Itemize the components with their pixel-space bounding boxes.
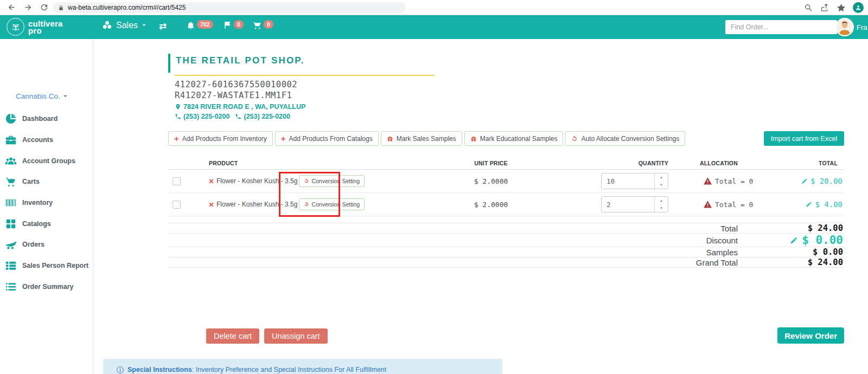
location-pin-icon bbox=[175, 104, 181, 110]
cultivera-logo[interactable]: cultívera pro bbox=[7, 18, 63, 36]
col-quantity: QUANTITY bbox=[553, 160, 678, 166]
user-menu[interactable]: Fra bbox=[835, 18, 867, 36]
sidebar-item-catalogs[interactable]: Catalogs bbox=[0, 213, 93, 234]
table-row: Flower - Kosher Kush - 3.5g Conversion S… bbox=[168, 193, 844, 216]
table-row: Flower - Kosher Kush - 3.5g Conversion S… bbox=[168, 170, 844, 193]
summary-list-icon bbox=[5, 281, 17, 293]
add-products-from-inventory-button[interactable]: + Add Products From Inventory bbox=[168, 131, 273, 146]
delete-cart-button[interactable]: Delete cart bbox=[206, 328, 259, 344]
bookmark-star-icon[interactable] bbox=[837, 3, 846, 12]
logo-text: cultívera pro bbox=[28, 20, 63, 34]
phone-number-1: (253) 225-0200 bbox=[183, 113, 229, 120]
info-icon: i bbox=[117, 366, 124, 373]
sidebar-item-carts[interactable]: Carts bbox=[0, 171, 93, 192]
customer-licenses: 412027-6016367550010002 R412027-WASTATE1… bbox=[175, 79, 297, 101]
sidebar-item-sales-person-report[interactable]: Sales Person Report bbox=[0, 255, 93, 276]
spin-down-icon[interactable]: ▼ bbox=[655, 204, 668, 212]
table-header-row: PRODUCT UNIT PRICE QUANTITY ALLOCATION T… bbox=[168, 157, 844, 170]
review-order-button[interactable]: Review Order bbox=[777, 327, 844, 344]
special-instructions-bar: i Special Instructions: Inventory Prefer… bbox=[103, 359, 502, 374]
exchange-icon[interactable]: ⇄ bbox=[159, 21, 167, 31]
notifications-count: 702 bbox=[197, 20, 213, 29]
briefcase-icon bbox=[5, 134, 17, 146]
sidebar-item-account-groups[interactable]: Account Groups bbox=[0, 150, 93, 171]
grid-icon bbox=[5, 218, 17, 230]
import-cart-from-excel-button[interactable]: Import cart from Excel bbox=[764, 131, 844, 146]
recycle-icon bbox=[304, 202, 309, 207]
browser-reload-icon[interactable] bbox=[40, 3, 49, 12]
spin-up-icon[interactable]: ▲ bbox=[655, 197, 668, 204]
company-name: Cannabis Co. bbox=[16, 92, 60, 100]
warning-icon bbox=[704, 177, 712, 185]
browser-profile-avatar[interactable] bbox=[853, 2, 864, 13]
line-total: $ 4.00 bbox=[815, 200, 843, 209]
auto-allocate-conversion-settings-button[interactable]: Auto Allocate Conversion Settings bbox=[565, 131, 685, 146]
edit-pencil-icon[interactable] bbox=[801, 178, 808, 184]
quantity-spin-buttons[interactable]: ▲▼ bbox=[654, 173, 668, 189]
spin-up-icon[interactable]: ▲ bbox=[655, 173, 668, 181]
cart-icon bbox=[5, 238, 17, 250]
row-checkbox[interactable] bbox=[173, 201, 181, 209]
allocation-status: Total = 0 bbox=[715, 201, 753, 209]
quantity-stepper[interactable]: ▲▼ bbox=[601, 196, 668, 212]
barcode-icon bbox=[5, 197, 17, 209]
company-selector[interactable]: Cannabis Co. bbox=[16, 92, 68, 100]
pie-chart-icon bbox=[5, 113, 17, 125]
conversion-setting-button[interactable]: Conversion Setting bbox=[299, 175, 365, 187]
remove-product-icon[interactable] bbox=[209, 179, 214, 184]
samples-value: $ 0.00 bbox=[813, 247, 843, 257]
summary-row-discount: Discount $ 0.00 bbox=[168, 234, 844, 247]
quantity-stepper[interactable]: ▲▼ bbox=[601, 173, 668, 189]
recycle-icon bbox=[304, 178, 309, 184]
plus-icon: + bbox=[281, 136, 286, 142]
product-name: Flower - Kosher Kush - 3.5g bbox=[216, 177, 297, 185]
browser-forward-icon[interactable] bbox=[23, 3, 33, 12]
customer-block: THE RETAIL POT SHOP. bbox=[168, 54, 305, 73]
add-products-from-catalogs-button[interactable]: + Add Products From Catalogs bbox=[275, 131, 379, 146]
cart-icon bbox=[253, 21, 262, 30]
zoom-icon[interactable] bbox=[804, 3, 813, 12]
nav-sales-menu[interactable]: Sales bbox=[102, 20, 146, 30]
table-spacer bbox=[168, 216, 844, 223]
edit-pencil-icon[interactable] bbox=[806, 201, 812, 208]
col-total: TOTAL bbox=[760, 160, 844, 166]
mark-educational-samples-button[interactable]: Mark Educational Samples bbox=[464, 131, 564, 146]
plant-logo-icon bbox=[7, 18, 24, 36]
sidebar-item-dashboard[interactable]: Dashboard bbox=[0, 108, 93, 130]
sidebar-item-order-summary[interactable]: Order Summary bbox=[0, 276, 93, 298]
spin-down-icon[interactable]: ▼ bbox=[655, 181, 668, 189]
sidebar-item-inventory[interactable]: Inventory bbox=[0, 192, 93, 214]
browser-url-bar[interactable]: wa-beta.cultiverapro.com/crm#/cart/5425 bbox=[53, 2, 406, 13]
remove-product-icon[interactable] bbox=[209, 202, 214, 207]
recycle-icon bbox=[571, 136, 578, 142]
cart-download-icon bbox=[5, 176, 17, 188]
chevron-down-icon bbox=[142, 23, 146, 28]
sidebar-item-orders[interactable]: Orders bbox=[0, 234, 93, 255]
quantity-spin-buttons[interactable]: ▲▼ bbox=[654, 197, 668, 212]
yellow-divider bbox=[175, 75, 435, 76]
notifications-button[interactable]: 702 bbox=[186, 21, 213, 30]
share-icon[interactable] bbox=[820, 3, 829, 12]
col-product: PRODUCT bbox=[195, 160, 429, 166]
find-order-input[interactable] bbox=[725, 20, 837, 34]
mark-sales-samples-button[interactable]: Mark Sales Samples bbox=[381, 131, 462, 146]
report-list-icon bbox=[5, 260, 17, 272]
browser-back-icon[interactable] bbox=[7, 3, 16, 12]
gift-icon bbox=[387, 136, 393, 142]
quantity-input[interactable] bbox=[602, 173, 654, 189]
warning-icon bbox=[704, 201, 712, 208]
row-checkbox[interactable] bbox=[173, 177, 181, 185]
sidebar-item-accounts[interactable]: Accounts bbox=[0, 130, 93, 151]
edit-pencil-icon[interactable] bbox=[790, 236, 798, 244]
user-avatar bbox=[835, 18, 854, 36]
cart-button[interactable]: 0 bbox=[253, 21, 273, 30]
unit-price: $ 2.0000 bbox=[429, 201, 553, 209]
flags-button[interactable]: 0 bbox=[223, 21, 244, 30]
special-instructions-text: Special Instructions: Inventory Preferen… bbox=[127, 366, 386, 373]
quantity-input[interactable] bbox=[602, 197, 654, 212]
conversion-setting-button[interactable]: Conversion Setting bbox=[299, 198, 365, 210]
nav-sales-label: Sales bbox=[116, 21, 138, 30]
gift-icon bbox=[470, 136, 477, 142]
unassign-cart-button[interactable]: Unassign cart bbox=[264, 328, 328, 344]
license-number-1: 412027-6016367550010002 bbox=[175, 79, 297, 90]
